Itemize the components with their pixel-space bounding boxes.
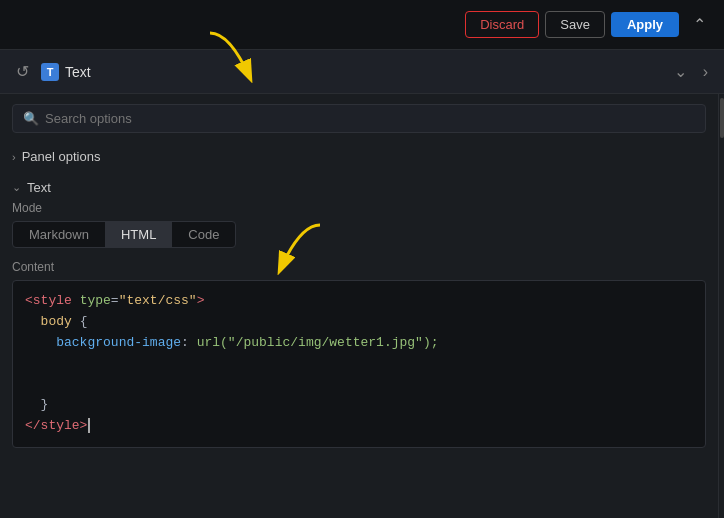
- collapse-button[interactable]: ⌃: [685, 11, 714, 38]
- code-line-1: <style type="text/css">: [25, 291, 693, 312]
- toolbar: Discard Save Apply ⌃: [0, 0, 724, 50]
- search-icon: 🔍: [23, 111, 39, 126]
- panel-options-header[interactable]: › Panel options: [12, 141, 706, 172]
- mode-label: Mode: [12, 201, 706, 215]
- scrollbar-track[interactable]: [718, 94, 724, 518]
- panel-header-left: ↺ T Text: [10, 58, 668, 85]
- text-section: ⌄ Text Mode Markdown HTML Code Content <…: [0, 172, 718, 448]
- code-line-4: [25, 353, 693, 374]
- chevron-down-icon[interactable]: ⌄: [668, 58, 693, 85]
- content-label: Content: [12, 260, 706, 274]
- mode-html[interactable]: HTML: [105, 222, 172, 247]
- mode-code[interactable]: Code: [172, 222, 235, 247]
- panel-options-label: Panel options: [22, 149, 101, 164]
- text-section-chevron: ⌄: [12, 181, 21, 194]
- search-input[interactable]: [45, 111, 695, 126]
- save-button[interactable]: Save: [545, 11, 605, 38]
- panel-options-section: › Panel options: [0, 141, 718, 172]
- panel-title: Text: [65, 64, 91, 80]
- refresh-button[interactable]: ↺: [10, 58, 35, 85]
- main-content: 🔍 › Panel options ⌄ Text Mode Mar: [0, 94, 724, 518]
- mode-markdown[interactable]: Markdown: [13, 222, 105, 247]
- search-bar[interactable]: 🔍: [12, 104, 706, 133]
- chevron-right-icon[interactable]: ›: [697, 59, 714, 85]
- panel-options-chevron: ›: [12, 151, 16, 163]
- code-line-3: background-image: url("/public/img/wette…: [25, 333, 693, 354]
- code-line-6: }: [25, 395, 693, 416]
- text-section-label: Text: [27, 180, 51, 195]
- mode-toggle: Markdown HTML Code: [12, 221, 236, 248]
- discard-button[interactable]: Discard: [465, 11, 539, 38]
- panel-header: ↺ T Text ⌄ ›: [0, 50, 724, 94]
- code-line-2: body {: [25, 312, 693, 333]
- code-line-5: [25, 374, 693, 395]
- text-section-header[interactable]: ⌄ Text: [12, 172, 706, 201]
- code-line-7: </style>: [25, 416, 693, 437]
- panel-header-right: ⌄ ›: [668, 58, 714, 85]
- options-panel: 🔍 › Panel options ⌄ Text Mode Mar: [0, 94, 718, 518]
- scrollbar-thumb[interactable]: [720, 98, 724, 138]
- code-editor[interactable]: <style type="text/css"> body { backgroun…: [12, 280, 706, 448]
- apply-button[interactable]: Apply: [611, 12, 679, 37]
- panel-icon: T: [41, 63, 59, 81]
